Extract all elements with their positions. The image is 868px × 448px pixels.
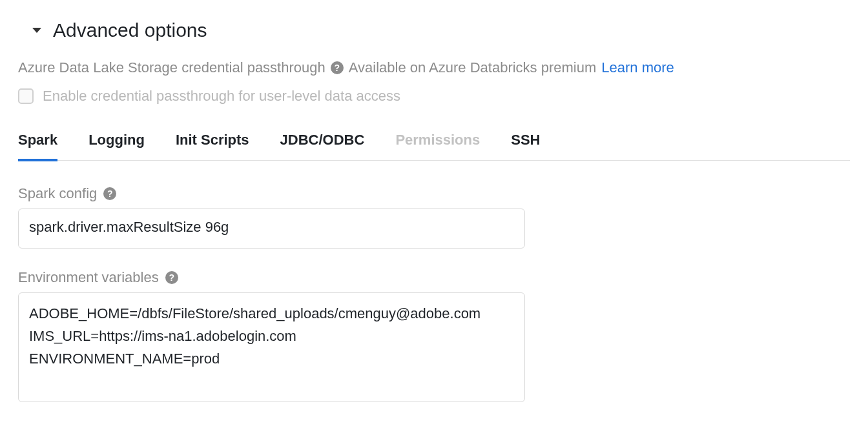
spark-config-input[interactable] <box>18 209 525 249</box>
env-vars-block: Environment variables ? <box>18 269 850 402</box>
section-title: Advanced options <box>53 19 207 41</box>
learn-more-link[interactable]: Learn more <box>601 59 674 76</box>
credential-passthrough-row: Azure Data Lake Storage credential passt… <box>18 59 850 76</box>
env-vars-label: Environment variables <box>18 269 159 286</box>
spark-config-label: Spark config <box>18 185 97 202</box>
tab-ssh[interactable]: SSH <box>511 132 540 161</box>
tab-spark[interactable]: Spark <box>18 132 57 161</box>
credential-label: Azure Data Lake Storage credential passt… <box>18 59 326 76</box>
help-icon[interactable]: ? <box>331 61 344 74</box>
availability-text: Available on Azure Databricks premium <box>349 59 597 76</box>
tab-jdbc-odbc[interactable]: JDBC/ODBC <box>280 132 365 161</box>
help-icon[interactable]: ? <box>103 187 116 200</box>
spark-config-block: Spark config ? <box>18 185 850 249</box>
tab-init-scripts[interactable]: Init Scripts <box>176 132 249 161</box>
spark-config-label-row: Spark config ? <box>18 185 850 202</box>
enable-passthrough-label: Enable credential passthrough for user-l… <box>43 88 400 105</box>
tab-logging[interactable]: Logging <box>88 132 145 161</box>
enable-passthrough-checkbox[interactable] <box>18 88 34 104</box>
caret-down-icon <box>32 28 41 33</box>
help-icon[interactable]: ? <box>165 271 178 284</box>
config-tabs: Spark Logging Init Scripts JDBC/ODBC Per… <box>18 132 850 161</box>
env-vars-input[interactable] <box>18 292 525 402</box>
tab-permissions: Permissions <box>395 132 480 161</box>
enable-passthrough-row: Enable credential passthrough for user-l… <box>18 88 850 105</box>
env-vars-label-row: Environment variables ? <box>18 269 850 286</box>
advanced-options-header[interactable]: Advanced options <box>18 19 850 41</box>
